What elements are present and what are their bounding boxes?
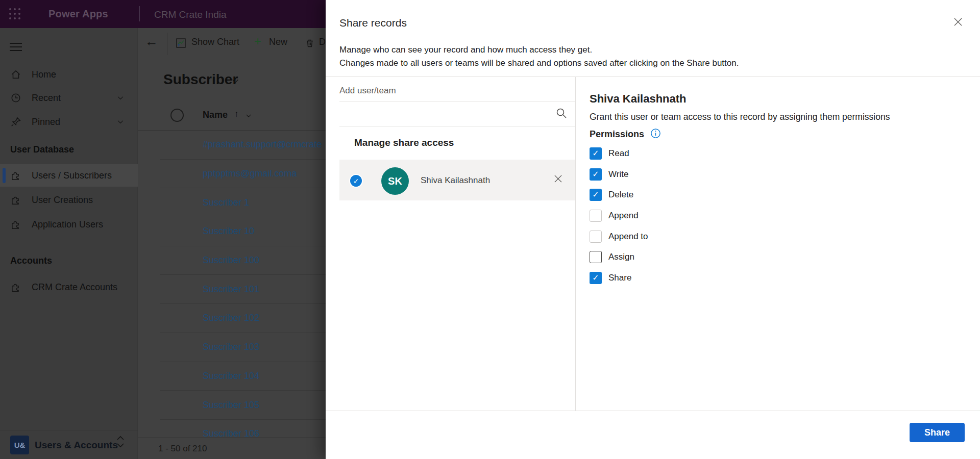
close-icon xyxy=(953,17,963,27)
checkbox[interactable] xyxy=(590,272,602,284)
checkbox[interactable] xyxy=(590,210,602,222)
input-bottom-rule xyxy=(339,126,575,126)
footer-rule xyxy=(326,411,980,411)
checkbox[interactable] xyxy=(590,251,602,263)
checkbox-label: Append to xyxy=(608,232,648,242)
checkbox[interactable] xyxy=(590,231,602,243)
checkbox-label: Delete xyxy=(608,190,633,200)
modal-scrim[interactable] xyxy=(0,0,326,459)
checkbox[interactable] xyxy=(590,189,602,201)
checkbox[interactable] xyxy=(590,147,602,160)
permission-read[interactable]: Read xyxy=(590,147,648,160)
close-icon xyxy=(554,174,562,183)
remove-user-button[interactable] xyxy=(551,171,565,186)
checkbox[interactable] xyxy=(590,168,602,181)
manage-share-access-header: Manage share access xyxy=(354,137,454,148)
permissions-header: Permissions xyxy=(590,128,661,141)
avatar: SK xyxy=(381,167,409,195)
checkbox-label: Append xyxy=(608,211,639,221)
dialog-description: Manage who can see your record and how m… xyxy=(339,43,739,70)
checkbox-label: Read xyxy=(608,148,629,159)
permissions-list: Read Write Delete Append Append to Assig… xyxy=(590,147,648,284)
screen: Power Apps CRM Crate India Home Recent xyxy=(0,0,980,459)
permission-assign[interactable]: Assign xyxy=(590,251,648,263)
share-records-dialog: Share records Manage who can see your re… xyxy=(326,0,980,459)
close-button[interactable] xyxy=(950,14,966,30)
grant-access-text: Grant this user or team access to this r… xyxy=(590,112,890,122)
description-line: Changes made to all users or teams will … xyxy=(339,57,739,70)
dialog-title: Share records xyxy=(339,17,407,29)
share-button[interactable]: Share xyxy=(910,423,965,442)
search-icon[interactable] xyxy=(555,107,568,121)
selected-check-icon: ✓ xyxy=(349,174,363,188)
input-top-rule xyxy=(339,101,575,101)
add-user-team-label: Add user/team xyxy=(339,86,396,96)
permission-delete[interactable]: Delete xyxy=(590,189,648,201)
permission-share[interactable]: Share xyxy=(590,272,648,284)
permission-append-to[interactable]: Append to xyxy=(590,231,648,243)
permission-write[interactable]: Write xyxy=(590,168,648,181)
shared-user-name: Shiva Kailashnath xyxy=(421,175,490,186)
permissions-label: Permissions xyxy=(590,129,644,140)
shared-user-row[interactable]: ✓ SK Shiva Kailashnath xyxy=(339,160,575,200)
checkbox-label: Assign xyxy=(608,252,634,262)
selected-user-heading: Shiva Kailashnath xyxy=(590,92,687,106)
checkbox-label: Share xyxy=(608,273,631,283)
add-user-search-input[interactable] xyxy=(339,104,551,123)
info-icon[interactable] xyxy=(650,128,661,141)
pane-divider xyxy=(575,77,576,411)
permission-append[interactable]: Append xyxy=(590,210,648,222)
description-line: Manage who can see your record and how m… xyxy=(339,43,739,57)
checkbox-label: Write xyxy=(608,169,628,180)
header-rule xyxy=(326,76,980,77)
